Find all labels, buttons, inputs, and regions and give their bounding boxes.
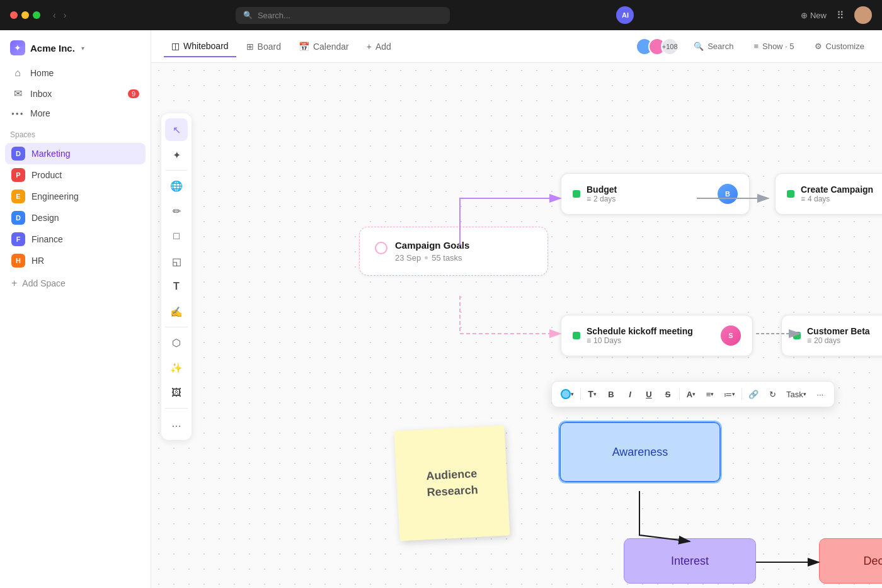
canvas-area[interactable]: ↖ ✦ 🌐 ✏ □ ◱ T ✍ ⬡ ✨ 🖼 … bbox=[151, 63, 882, 588]
text-size-chevron-icon: ▾ bbox=[692, 391, 696, 397]
color-picker-button[interactable]: ▾ bbox=[557, 385, 578, 403]
text-size-icon: A bbox=[687, 390, 692, 399]
bold-button[interactable]: B bbox=[602, 385, 620, 403]
add-space-button[interactable]: + Add Space bbox=[5, 274, 146, 293]
logo-chevron-icon: ▾ bbox=[81, 45, 84, 52]
show-label: Show · 5 bbox=[762, 42, 794, 51]
search-action[interactable]: 🔍 Search bbox=[689, 38, 738, 55]
budget-assignee-avatar: B bbox=[718, 184, 738, 204]
list-button[interactable]: ≔ ▾ bbox=[720, 385, 739, 403]
create-campaign-title: Create Campaign bbox=[801, 184, 882, 195]
rectangle-tool[interactable]: □ bbox=[165, 225, 188, 247]
grid-icon[interactable]: ⠿ bbox=[837, 9, 844, 21]
font-button[interactable]: T ▾ bbox=[583, 385, 601, 403]
pen-tool[interactable]: ✏ bbox=[165, 200, 188, 222]
select-tool[interactable]: ↖ bbox=[165, 118, 188, 141]
note-tool[interactable]: ◱ bbox=[165, 250, 188, 273]
more-options-button[interactable]: ··· bbox=[811, 385, 829, 403]
tab-whiteboard[interactable]: ◫ Whiteboard bbox=[164, 36, 236, 57]
create-campaign-status-icon bbox=[787, 190, 794, 198]
inbox-label: Inbox bbox=[30, 89, 52, 99]
sidebar-item-engineering[interactable]: E Engineering bbox=[5, 186, 146, 207]
tabbar-right: +108 🔍 Search ≡ Show · 5 ⚙ Customize bbox=[636, 38, 869, 55]
sidebar-item-finance[interactable]: F Finance bbox=[5, 229, 146, 250]
space-dot-finance: F bbox=[11, 232, 25, 246]
space-label-marketing: Marketing bbox=[32, 149, 70, 159]
sidebar-item-marketing[interactable]: D Marketing bbox=[5, 143, 146, 164]
space-label-hr: HR bbox=[32, 256, 44, 266]
add-space-label: Add Space bbox=[22, 278, 66, 288]
home-icon: ⌂ bbox=[11, 67, 24, 79]
sidebar-logo[interactable]: ✦ Acme Inc. ▾ bbox=[0, 38, 151, 63]
budget-card[interactable]: Budget ≡ 2 days B bbox=[561, 173, 750, 215]
whiteboard-tab-icon: ◫ bbox=[171, 41, 180, 51]
sidebar-item-more[interactable]: ●●● More bbox=[5, 104, 146, 123]
network-tool[interactable]: ⬡ bbox=[165, 331, 188, 354]
new-button[interactable]: ⊕ New bbox=[801, 11, 827, 20]
new-label: New bbox=[810, 11, 827, 20]
italic-icon: I bbox=[629, 390, 631, 399]
task-convert-button[interactable]: Task ▾ bbox=[782, 385, 810, 403]
list-icon: ≔ bbox=[724, 390, 732, 399]
create-campaign-card[interactable]: Create Campaign ≡ 4 days C bbox=[775, 173, 882, 215]
tab-board[interactable]: ⊞ Board bbox=[239, 37, 289, 57]
user-avatar[interactable] bbox=[854, 6, 872, 24]
toolbar-separator-2 bbox=[679, 388, 680, 400]
magic-tool[interactable]: ✦ bbox=[165, 144, 188, 166]
tabbar: ◫ Whiteboard ⊞ Board 📅 Calendar + Add +1… bbox=[151, 30, 882, 63]
space-dot-hr: H bbox=[11, 254, 25, 268]
forward-arrow[interactable]: › bbox=[61, 9, 69, 21]
space-dot-product: P bbox=[11, 168, 25, 182]
text-tool[interactable]: T bbox=[165, 275, 188, 298]
link-button[interactable]: 🔗 bbox=[745, 385, 762, 403]
sidebar-item-design[interactable]: D Design bbox=[5, 207, 146, 229]
customer-beta-card[interactable]: Customer Beta ≡ 20 days K bbox=[781, 315, 882, 356]
show-action[interactable]: ≡ Show · 5 bbox=[748, 38, 799, 55]
tab-add[interactable]: + Add bbox=[359, 37, 399, 57]
minimize-window-control[interactable] bbox=[21, 11, 29, 19]
strikethrough-button[interactable]: S bbox=[659, 385, 677, 403]
text-formatting-toolbar: ▾ T ▾ B I U S bbox=[551, 381, 835, 407]
tab-calendar-label: Calendar bbox=[313, 42, 349, 52]
toolbar-separator-3 bbox=[742, 388, 742, 400]
campaign-goals-card[interactable]: Campaign Goals 23 Sep 55 tasks bbox=[359, 227, 548, 276]
refresh-button[interactable]: ↻ bbox=[764, 385, 781, 403]
maximize-window-control[interactable] bbox=[33, 11, 40, 19]
font-label: T bbox=[588, 389, 593, 399]
align-button[interactable]: ≡ ▾ bbox=[701, 385, 719, 403]
close-window-control[interactable] bbox=[10, 11, 18, 19]
underline-button[interactable]: U bbox=[640, 385, 658, 403]
back-arrow[interactable]: ‹ bbox=[50, 9, 59, 21]
sidebar-item-home[interactable]: ⌂ Home bbox=[5, 63, 146, 83]
search-placeholder: Search... bbox=[258, 11, 290, 20]
user-count-badge: +108 bbox=[661, 38, 679, 55]
underline-icon: U bbox=[646, 390, 651, 399]
tab-calendar[interactable]: 📅 Calendar bbox=[291, 37, 357, 57]
schedule-kickoff-card[interactable]: Schedule kickoff meeting ≡ 10 Days S bbox=[561, 315, 753, 356]
sparkle-tool[interactable]: ✨ bbox=[165, 356, 188, 379]
decision-box[interactable]: Decision bbox=[819, 538, 882, 584]
ai-badge[interactable]: AI bbox=[616, 6, 634, 24]
customize-action[interactable]: ⚙ Customize bbox=[810, 38, 869, 55]
interest-box[interactable]: Interest bbox=[624, 538, 756, 584]
globe-tool[interactable]: 🌐 bbox=[165, 174, 188, 197]
sidebar-item-inbox[interactable]: ✉ Inbox 9 bbox=[5, 83, 146, 104]
campaign-goals-meta: 23 Sep 55 tasks bbox=[395, 253, 469, 263]
budget-days-icon: ≡ bbox=[587, 195, 591, 203]
meta-dot bbox=[425, 256, 428, 259]
space-dot-marketing: D bbox=[11, 147, 25, 161]
audience-research-sticky[interactable]: Audience Research bbox=[394, 426, 510, 541]
awareness-box[interactable]: Awareness bbox=[559, 422, 721, 482]
inbox-icon: ✉ bbox=[11, 88, 24, 99]
global-search-bar[interactable]: 🔍 Search... bbox=[236, 7, 450, 24]
sidebar-item-product[interactable]: P Product bbox=[5, 164, 146, 186]
sidebar-item-hr[interactable]: H HR bbox=[5, 250, 146, 271]
tool-divider-2 bbox=[165, 327, 188, 327]
hand-tool[interactable]: ✍ bbox=[165, 300, 188, 323]
image-tool[interactable]: 🖼 bbox=[165, 382, 188, 404]
align-icon: ≡ bbox=[706, 390, 711, 399]
space-dot-design: D bbox=[11, 211, 25, 225]
text-size-button[interactable]: A ▾ bbox=[682, 385, 700, 403]
more-tools-button[interactable]: … bbox=[165, 412, 188, 435]
italic-button[interactable]: I bbox=[621, 385, 639, 403]
